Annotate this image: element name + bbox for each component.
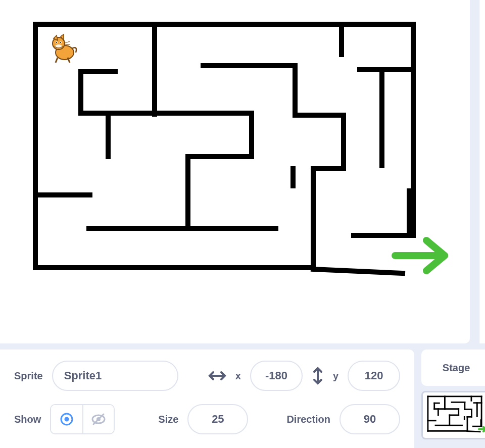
svg-line-54: [467, 431, 480, 432]
visibility-toggle: [50, 404, 115, 434]
size-input[interactable]: 25: [187, 404, 248, 434]
hide-icon: [90, 411, 107, 427]
sprite-info-panel: Sprite Sprite1 x -180 y 120: [0, 350, 414, 448]
direction-label: Direction: [286, 414, 330, 425]
svg-line-3: [313, 269, 403, 273]
hide-button[interactable]: [82, 405, 114, 433]
direction-input[interactable]: 90: [340, 404, 400, 434]
arrows-vertical-icon: [312, 367, 324, 385]
x-value: -180: [265, 369, 287, 382]
stage-panel: Stage: [421, 350, 485, 448]
stage-thumbnail-image: [423, 392, 485, 438]
svg-point-39: [60, 42, 61, 43]
size-value: 25: [212, 413, 224, 426]
stage-thumbnail[interactable]: [421, 391, 485, 439]
exit-arrow-icon: [395, 240, 445, 271]
svg-point-47: [65, 417, 69, 422]
stage-viewport[interactable]: [0, 0, 470, 343]
sprite-name-value: Sprite1: [64, 369, 102, 382]
y-input[interactable]: 120: [348, 361, 400, 391]
sprite-label: Sprite: [14, 370, 43, 382]
show-label: Show: [14, 414, 41, 425]
show-icon: [59, 412, 74, 427]
svg-line-40: [56, 58, 58, 63]
size-label: Size: [158, 414, 178, 425]
arrows-horizontal-icon: [208, 370, 226, 382]
direction-value: 90: [364, 413, 376, 426]
maze-walls: [35, 24, 413, 273]
x-label: x: [235, 370, 241, 382]
y-label: y: [333, 370, 338, 382]
x-input[interactable]: -180: [250, 361, 303, 391]
stage-header[interactable]: Stage: [421, 350, 485, 386]
y-value: 120: [365, 369, 383, 382]
sprite-cat[interactable]: [53, 34, 76, 63]
stage-title: Stage: [443, 362, 470, 374]
svg-point-37: [56, 42, 57, 43]
stage-canvas: [0, 0, 470, 343]
show-button[interactable]: [51, 405, 82, 433]
sprite-name-input[interactable]: Sprite1: [52, 361, 178, 391]
